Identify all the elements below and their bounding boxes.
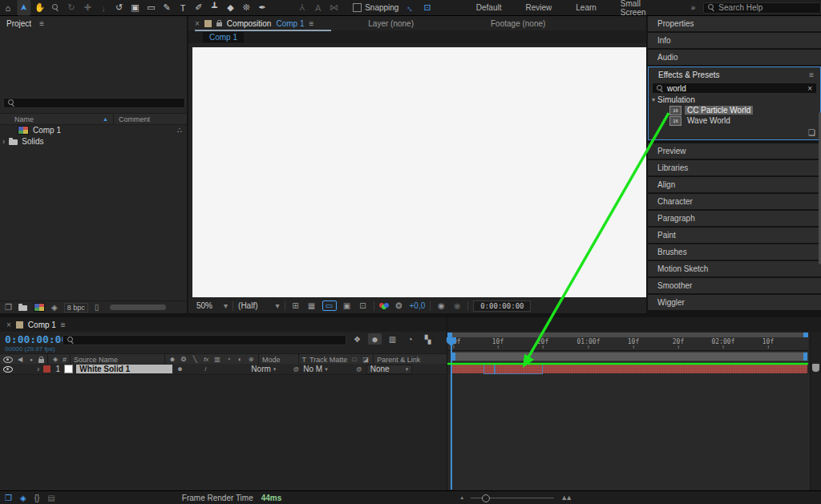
resolution-dropdown[interactable]: (Half) ▾ <box>238 301 279 310</box>
track-matte-dropdown[interactable]: No M ▾ <box>303 365 327 373</box>
zoom-tool-icon[interactable] <box>47 1 63 14</box>
mask-visibility-icon[interactable]: ▣ <box>342 301 353 310</box>
grid-guides-icon[interactable]: ⊞ <box>290 301 301 310</box>
solo-column-icon[interactable]: ● <box>27 357 35 362</box>
fx-switch-icon[interactable]: fx <box>202 356 210 363</box>
motion-blur-icon[interactable]: ◔ <box>403 333 417 345</box>
type-tool-icon[interactable]: T <box>175 1 191 14</box>
panel-smoother[interactable]: Smoother <box>648 278 821 293</box>
render-queue-icon[interactable]: ❐ <box>5 494 12 502</box>
project-panel-title[interactable]: Project <box>6 19 31 28</box>
transparency-grid-icon[interactable]: ▦ <box>306 301 317 310</box>
preserve-transparency-header[interactable]: T <box>302 356 307 364</box>
project-column-comment[interactable]: Comment <box>119 115 150 123</box>
effect-item-cc-particle-world[interactable]: 16 CC Particle World <box>649 105 820 115</box>
mode-column-header[interactable]: Mode <box>262 356 281 364</box>
workspace-default[interactable]: Default <box>464 3 514 12</box>
home-icon[interactable]: ⌂ <box>0 1 16 14</box>
layer-visibility-eye-icon[interactable] <box>3 366 13 373</box>
work-area-bar[interactable] <box>451 352 808 361</box>
snapping-toggle[interactable]: Snapping <box>353 3 398 12</box>
layer-row-white-solid-1[interactable]: › 1 White Solid 1 ☻ / Norm ▾ @ No M ▾ @ … <box>0 364 447 375</box>
effect-item-wave-world[interactable]: 16 Wave World <box>649 115 820 126</box>
new-folder-icon[interactable] <box>18 305 27 311</box>
rotate-tool-icon[interactable]: ↺ <box>111 1 127 14</box>
panel-info[interactable]: Info <box>648 33 821 48</box>
blend-mode-dropdown[interactable]: Norm ▾ <box>251 365 276 373</box>
work-area-end-handle[interactable] <box>803 353 807 361</box>
stamp-tool-icon[interactable]: ┻ <box>207 1 223 14</box>
project-search-input[interactable] <box>3 98 185 108</box>
timeline-zoom-slider[interactable] <box>471 494 554 502</box>
panel-character[interactable]: Character <box>648 194 821 209</box>
bit-depth-button[interactable]: 8 bpc <box>64 303 88 312</box>
lock-column-icon[interactable] <box>38 359 44 363</box>
layer-name[interactable]: White Solid 1 <box>76 365 172 373</box>
help-search-input[interactable]: Search Help <box>703 2 821 14</box>
layer-expand-arrow[interactable]: › <box>37 365 39 373</box>
project-scrollbar-thumb[interactable] <box>110 304 166 310</box>
panel-libraries[interactable]: Libraries <box>648 160 821 175</box>
index-column-header[interactable]: # <box>63 356 67 364</box>
frame-blend-switch-icon[interactable]: ▥ <box>213 356 221 363</box>
trash-icon[interactable]: ▯ <box>95 303 99 312</box>
comp-breadcrumb-chip[interactable]: Comp 1 <box>203 32 244 42</box>
viewer-lock-icon[interactable] <box>216 22 222 26</box>
snapshot-camera-icon[interactable]: ◉ <box>435 301 447 310</box>
panel-audio[interactable]: Audio <box>648 50 821 65</box>
motion-blur-switch-icon[interactable]: ◔ <box>224 356 233 363</box>
comp-marker-bin-icon[interactable] <box>812 364 819 372</box>
view-options-icon[interactable]: ⊡ <box>358 301 369 310</box>
project-row-comp1[interactable]: Comp 1 ∴ <box>0 124 187 135</box>
effects-presets-menu-icon[interactable]: ≡ <box>809 71 814 79</box>
parent-dropdown[interactable]: None ▾ <box>366 365 412 374</box>
workspace-learn[interactable]: Learn <box>564 3 609 12</box>
panel-brushes[interactable]: Brushes <box>648 244 821 260</box>
effects-presets-title[interactable]: Effects & Presets <box>658 71 720 79</box>
selection-tool-icon[interactable]: ➤ <box>17 0 30 15</box>
graph-editor-icon[interactable]: ▚ <box>421 333 435 345</box>
label-column-icon[interactable]: ◈ <box>51 356 59 363</box>
project-row-solids[interactable]: › Solids <box>0 135 187 147</box>
expand-arrow-icon[interactable]: › <box>2 137 5 146</box>
rectangle-tool-icon[interactable]: ▭ <box>143 1 159 14</box>
pan-camera-tool-icon[interactable]: ✚ <box>79 1 95 14</box>
solid-color-swatch[interactable] <box>64 365 73 373</box>
track-matte-column-header[interactable]: Track Matte <box>309 356 347 364</box>
shy-switch-icon[interactable]: ☻ <box>168 356 176 363</box>
viewer-timecode[interactable]: 0:00:00:00 <box>473 300 531 312</box>
pen-tool-icon[interactable]: ✎ <box>159 1 175 14</box>
tab-composition-label[interactable]: Composition <box>227 19 272 28</box>
panel-paragraph[interactable]: Paragraph <box>648 211 821 226</box>
layer-quality-icon[interactable]: / <box>201 365 209 373</box>
zoom-in-mountain-icon[interactable]: ▲▲ <box>560 494 570 502</box>
project-settings-icon[interactable]: ◈ <box>51 303 58 312</box>
panel-preview[interactable]: Preview <box>648 143 821 159</box>
3d-switch-icon[interactable]: ⊕ <box>247 356 255 363</box>
project-panel-menu-icon[interactable]: ≡ <box>39 19 44 28</box>
adjustment-switch-icon[interactable]: ◐ <box>236 356 244 363</box>
flowchart-mini-icon[interactable]: ▤ <box>47 494 55 502</box>
timeline-search-input[interactable] <box>63 335 346 345</box>
panel-align[interactable]: Align <box>648 177 821 192</box>
workspace-overflow-chevron[interactable]: » <box>691 3 696 12</box>
tab-composition-target[interactable]: Comp 1 <box>276 19 304 28</box>
panel-motion-sketch[interactable]: Motion Sketch <box>648 261 821 276</box>
region-of-interest-icon[interactable]: ▭ <box>322 300 337 311</box>
viewer-menu-icon[interactable]: ≡ <box>309 19 313 28</box>
parent-link-column-header[interactable]: Parent & Link <box>377 356 420 364</box>
tab-layer[interactable]: Layer (none) <box>368 19 414 28</box>
shy-toggle-icon[interactable]: ☻ <box>368 333 382 345</box>
track-matte-pickwhip-icon[interactable]: @ <box>292 366 300 372</box>
audio-column-icon[interactable]: ◀ <box>16 356 24 363</box>
hand-tool-icon[interactable]: ✋ <box>32 1 48 14</box>
frame-blending-icon[interactable]: ▥ <box>386 333 399 345</box>
multiframe-rendering-icon[interactable]: ◈ <box>20 494 26 502</box>
source-name-column-header[interactable]: Source Name <box>74 356 118 364</box>
expressions-braces-icon[interactable]: {} <box>34 494 40 502</box>
exposure-aperture-icon[interactable]: ❂ <box>394 301 405 310</box>
video-column-icon[interactable] <box>3 357 13 363</box>
panel-paint[interactable]: Paint <box>648 228 821 243</box>
pan-behind-tool-icon[interactable]: ▣ <box>127 1 144 14</box>
rotobrush-tool-icon[interactable]: ❊ <box>238 1 254 14</box>
